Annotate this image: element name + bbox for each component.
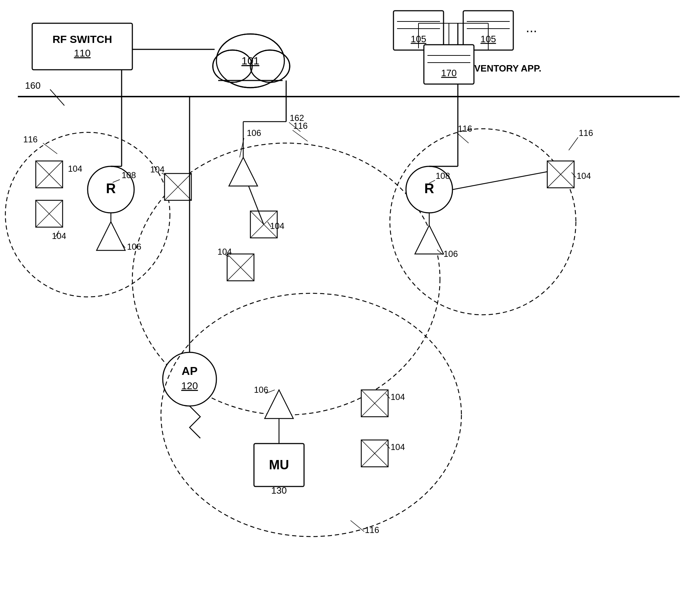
svg-text:106: 106 [444,249,458,259]
svg-text:120: 120 [181,380,198,391]
svg-rect-0 [0,0,700,592]
svg-text:116: 116 [293,121,308,131]
svg-text:104: 104 [150,165,165,174]
svg-rect-1 [32,23,132,70]
svg-text:104: 104 [217,247,232,256]
svg-text:108: 108 [122,170,136,180]
svg-text:116: 116 [23,134,38,144]
svg-text:104: 104 [577,171,591,181]
svg-text:101: 101 [241,55,259,67]
svg-text:INVENTORY APP.: INVENTORY APP. [465,63,541,74]
network-diagram: RF SWITCH 110 101 160 105 105 ... [0,0,700,592]
svg-text:116: 116 [365,525,379,535]
svg-text:R: R [106,181,116,196]
svg-text:AP: AP [182,365,197,377]
svg-text:104: 104 [68,164,82,173]
svg-text:110: 110 [74,48,91,59]
svg-text:RF SWITCH: RF SWITCH [53,33,112,45]
svg-point-90 [163,352,216,406]
svg-text:104: 104 [52,231,66,241]
svg-text:R: R [424,181,434,196]
svg-text:160: 160 [25,80,40,91]
svg-text:116: 116 [458,124,472,133]
svg-text:108: 108 [436,171,450,181]
svg-text:130: 130 [271,485,287,496]
svg-text:MU: MU [269,458,289,472]
svg-text:170: 170 [441,68,456,78]
svg-text:104: 104 [391,392,405,402]
svg-text:...: ... [526,20,537,35]
svg-text:106: 106 [247,128,261,138]
svg-text:106: 106 [127,242,141,251]
svg-text:104: 104 [270,221,284,231]
svg-text:104: 104 [391,442,405,452]
svg-text:116: 116 [579,128,593,138]
